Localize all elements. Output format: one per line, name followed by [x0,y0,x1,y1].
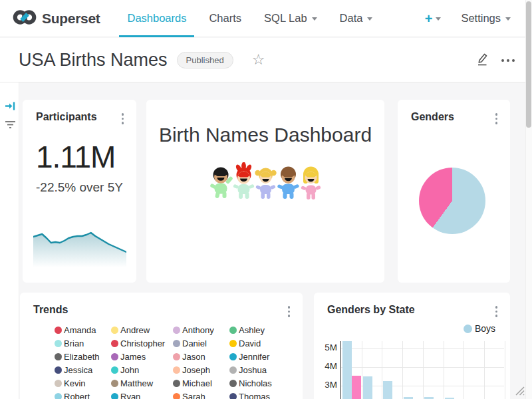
legend-dot [173,380,180,387]
legend-label: Daniel [182,338,207,348]
card-title: Genders [411,111,454,122]
nav-item-data[interactable]: Data [329,0,384,37]
legend-item[interactable]: John [111,365,173,374]
nav-item-sql-lab[interactable]: SQL Lab [253,0,329,37]
bar-boys[interactable] [363,376,372,399]
participants-card: Participants 1.11M -22.5% over 5Y [23,100,136,283]
brand-name: Superset [42,11,100,27]
chevron-down-icon [312,17,317,21]
kebab-menu-icon[interactable] [494,112,499,126]
more-actions-icon[interactable] [500,54,516,66]
gridline [341,348,504,349]
expand-filter-bar-icon[interactable] [5,100,16,114]
kebab-menu-icon[interactable] [287,305,292,319]
legend-item[interactable]: Michael [173,378,229,388]
legend-item[interactable]: Christopher [111,338,173,348]
legend-label: Michael [182,378,212,388]
published-badge[interactable]: Published [177,52,233,68]
superset-logo[interactable]: Superset [12,8,100,29]
legend-item[interactable]: Elizabeth [55,352,111,361]
big-number-value: 1.11M [36,139,136,175]
legend-dot [111,366,118,374]
legend-item[interactable]: Amanda [55,325,111,334]
headline-card: Birth Names Dashboard [146,100,384,283]
resize-handle-icon[interactable] [513,384,525,398]
participants-sparkline [33,231,126,269]
legend-dot [229,366,237,374]
vertical-scrollbar[interactable] [525,0,532,399]
child-emoji-brown-hair-blue [277,162,300,202]
bar-boys[interactable] [383,381,392,399]
legend-item[interactable]: Matthew [111,378,173,388]
legend-label: Joseph [182,365,210,375]
kebab-menu-icon[interactable] [494,305,499,319]
legend-item[interactable]: Brian [55,338,111,348]
nav-item-charts[interactable]: Charts [198,0,253,37]
legend-item[interactable]: Robert [55,392,111,399]
gridline [341,367,504,368]
legend-dot [173,327,180,334]
legend-label: Jason [182,352,205,362]
legend-dot [173,366,180,374]
legend-item[interactable]: Joseph [173,365,229,374]
children-illustration [146,162,384,202]
legend-item[interactable]: Kevin [55,378,111,388]
bar-boys[interactable] [342,341,352,399]
legend-dot [173,393,180,399]
favorite-star-icon[interactable]: ☆ [252,53,265,67]
legend-item[interactable]: Ryan [111,392,173,399]
legend-label: Sarah [182,392,205,399]
legend-label: Elizabeth [64,352,99,362]
legend-item[interactable]: Thomas [229,392,289,399]
legend-dot [173,353,180,360]
trends-card: Trends AmandaAndrewAnthonyAshleyBrianChr… [20,293,303,399]
filter-icon[interactable] [4,119,17,134]
child-emoji-red-hair-mint [233,162,255,202]
legend-label: Anthony [182,325,214,335]
legend-dot [55,327,62,334]
legend-item[interactable]: Sarah [173,392,229,399]
legend-dot [55,366,62,374]
legend-dot [55,393,62,399]
legend-item[interactable]: James [111,352,173,361]
genders-card: Genders [398,100,510,283]
legend-item[interactable]: Jennifer [229,352,289,361]
legend-item[interactable]: Joshua [229,365,289,374]
dashboard-title: USA Births Names [19,50,168,70]
kebab-menu-icon[interactable] [120,112,126,126]
legend-item[interactable]: Andrew [111,325,173,334]
legend-label: Brian [64,338,84,348]
legend-item[interactable]: Anthony [173,325,229,334]
big-number-subheader: -22.5% over 5Y [36,180,136,195]
gridline [505,341,505,399]
superset-infinity-icon [12,8,37,29]
legend-label: Andrew [120,325,150,335]
legend-dot [464,325,472,333]
edit-pencil-icon[interactable] [475,51,489,69]
dashboard-grid: Participants 1.11M -22.5% over 5Y Birth … [0,82,532,399]
genders-pie-chart[interactable] [419,168,485,234]
legend-label: Jessica [64,365,92,375]
legend-item[interactable]: Daniel [173,338,229,348]
legend-label: Joshua [239,365,267,375]
legend-item[interactable]: Jason [173,352,229,361]
legend-item[interactable]: Jessica [55,365,111,374]
legend-item-boys[interactable]: Boys [464,323,495,334]
legend-label: Boys [475,323,495,334]
legend-label: James [120,352,146,362]
plus-icon: + [425,12,433,25]
legend-item[interactable]: Ashley [229,325,289,334]
legend-dot [55,353,62,360]
child-emoji-blonde-pigtails-lavender [255,162,277,202]
legend-dot [229,393,237,399]
legend-item[interactable]: Nicholas [229,378,289,388]
nav-item-dashboards[interactable]: Dashboards [116,0,198,37]
bar-girls[interactable] [352,376,361,399]
scrollbar-thumb[interactable] [526,1,531,128]
legend-dot [111,340,118,347]
legend-item[interactable]: David [229,338,289,348]
new-item-button[interactable]: + [425,12,442,25]
settings-menu[interactable]: Settings [461,12,511,25]
legend-dot [111,353,118,360]
headline-text: Birth Names Dashboard [146,124,384,146]
